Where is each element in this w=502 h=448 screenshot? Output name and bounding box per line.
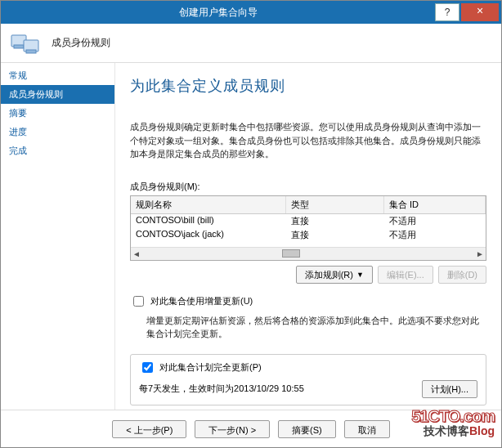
incremental-update-row: 对此集合使用增量更新(U) <box>130 293 486 309</box>
table-row[interactable]: CONTOSO\jack (jack) 直接 不适用 <box>131 228 486 242</box>
full-update-panel: 对此集合计划完全更新(P) 每7天发生，生效时间为2013/10/29 10:5… <box>130 354 486 405</box>
sidebar-item-completion[interactable]: 完成 <box>1 141 114 160</box>
next-button[interactable]: 下一步(N) > <box>195 420 270 438</box>
wizard-sidebar: 常规 成员身份规则 摘要 进度 完成 <box>1 63 115 410</box>
rules-grid-header: 规则名称 类型 集合 ID <box>131 196 486 214</box>
wizard-footer: < 上一步(P) 下一步(N) > 摘要(S) 取消 <box>1 410 501 447</box>
incremental-hint: 增量更新定期评估新资源，然后将合格的资源添加到此集合中。此选项不要求您对此集合计… <box>146 314 486 341</box>
chevron-down-icon: ▼ <box>356 268 364 281</box>
svg-rect-1 <box>14 45 24 48</box>
schedule-text: 每7天发生，生效时间为2013/10/29 10:55 <box>139 383 304 395</box>
rules-grid: 规则名称 类型 集合 ID CONTOSO\bill (bill) 直接 不适用… <box>130 195 486 261</box>
page-title: 为此集合定义成员规则 <box>130 76 486 96</box>
scroll-thumb[interactable] <box>282 249 300 258</box>
prev-button[interactable]: < 上一步(P) <box>112 420 186 438</box>
add-rule-button[interactable]: 添加规则(R) ▼ <box>296 266 373 284</box>
titlebar: 创建用户集合向导 ? × <box>1 1 501 24</box>
cancel-button[interactable]: 取消 <box>344 420 390 438</box>
scroll-left-icon[interactable]: ◄ <box>131 249 142 258</box>
horizontal-scrollbar[interactable]: ◄ ► <box>131 247 486 260</box>
cell-name: CONTOSO\jack (jack) <box>131 228 286 242</box>
wizard-header: 成员身份规则 <box>1 24 501 63</box>
table-row[interactable]: CONTOSO\bill (bill) 直接 不适用 <box>131 214 486 228</box>
col-header-id[interactable]: 集合 ID <box>384 196 486 213</box>
close-button[interactable]: × <box>461 3 499 21</box>
help-button[interactable]: ? <box>435 3 459 21</box>
col-header-type[interactable]: 类型 <box>286 196 384 213</box>
page-description: 成员身份规则确定更新时集合中包括哪些资源。您可以使用成员身份规则从查询中添加一个… <box>130 120 486 161</box>
incremental-label: 对此集合使用增量更新(U) <box>150 295 253 307</box>
svg-rect-3 <box>26 50 36 53</box>
header-section-label: 成员身份规则 <box>52 36 110 50</box>
cell-id: 不适用 <box>384 228 486 242</box>
scroll-right-icon[interactable]: ► <box>474 249 486 258</box>
full-update-label: 对此集合计划完全更新(P) <box>159 361 262 374</box>
delete-rule-button[interactable]: 删除(D) <box>438 266 486 284</box>
sidebar-item-membership-rules[interactable]: 成员身份规则 <box>1 85 114 104</box>
wizard-window: 创建用户集合向导 ? × 成员身份规则 常规 成员身份规则 摘要 进度 完成 为… <box>0 0 502 448</box>
cell-name: CONTOSO\bill (bill) <box>131 214 286 228</box>
rule-buttons: 添加规则(R) ▼ 编辑(E)... 删除(D) <box>130 266 486 284</box>
summary-button[interactable]: 摘要(S) <box>278 420 336 438</box>
collections-icon <box>11 30 40 56</box>
edit-rule-button[interactable]: 编辑(E)... <box>378 266 433 284</box>
full-update-checkbox[interactable] <box>142 362 153 373</box>
scroll-track[interactable] <box>142 249 474 258</box>
cell-type: 直接 <box>286 214 384 228</box>
incremental-checkbox[interactable] <box>133 296 144 307</box>
cell-type: 直接 <box>286 228 384 242</box>
sidebar-item-general[interactable]: 常规 <box>1 66 114 85</box>
col-header-name[interactable]: 规则名称 <box>131 196 286 213</box>
rules-label: 成员身份规则(M): <box>130 181 486 193</box>
main-panel: 为此集合定义成员规则 成员身份规则确定更新时集合中包括哪些资源。您可以使用成员身… <box>115 63 501 410</box>
schedule-button[interactable]: 计划(H)... <box>422 380 477 398</box>
add-rule-label: 添加规则(R) <box>305 268 353 281</box>
cell-id: 不适用 <box>384 214 486 228</box>
window-title: 创建用户集合向导 <box>1 6 435 20</box>
sidebar-item-summary[interactable]: 摘要 <box>1 104 114 123</box>
rules-grid-body: CONTOSO\bill (bill) 直接 不适用 CONTOSO\jack … <box>131 214 486 247</box>
sidebar-item-progress[interactable]: 进度 <box>1 123 114 141</box>
